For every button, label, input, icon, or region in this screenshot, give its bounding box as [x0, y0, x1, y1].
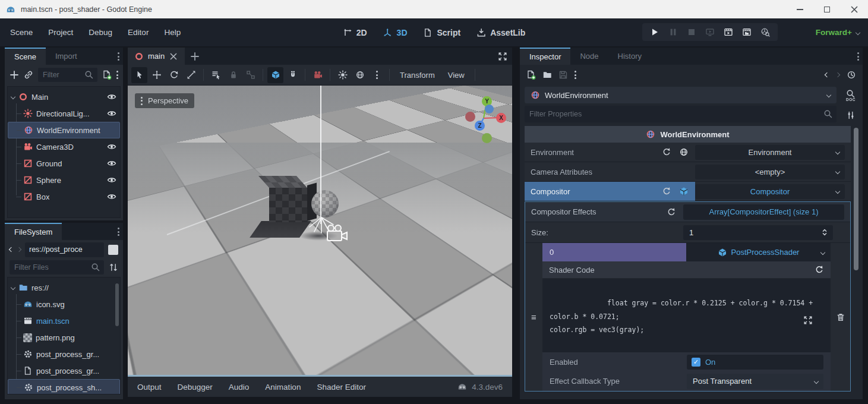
file-item-pattern-png[interactable]: pattern.png	[8, 329, 120, 346]
load-resource-button[interactable]	[542, 70, 552, 80]
axis-neg-x-ball[interactable]	[465, 112, 475, 122]
array-element-drag-handle[interactable]: ≡	[525, 243, 542, 391]
scene-tab-main[interactable]: main	[128, 48, 185, 65]
visibility-eye-icon[interactable]	[107, 159, 116, 168]
edit-history-icon[interactable]	[847, 70, 856, 80]
scene-node-main[interactable]: Main	[8, 89, 120, 105]
history-forward-icon[interactable]	[835, 72, 840, 77]
move-tool-button[interactable]	[149, 67, 165, 83]
visibility-eye-icon[interactable]	[107, 192, 116, 201]
property-compositor-effects[interactable]: Compositor Effects Array[CompositorEffec…	[525, 202, 850, 222]
close-tab-icon[interactable]	[169, 52, 178, 61]
axis-z-ball[interactable]: Z	[475, 121, 485, 131]
play-custom-scene-button[interactable]	[742, 27, 752, 37]
environment-value[interactable]: Environment	[695, 145, 845, 160]
compositor-effects-array-button[interactable]: Array[CompositorEffect] (size 1)	[683, 204, 844, 220]
attach-script-button[interactable]	[102, 70, 112, 80]
minimize-button[interactable]	[786, 0, 813, 18]
file-item-root[interactable]: res://	[8, 279, 120, 296]
visibility-eye-icon[interactable]	[107, 175, 116, 185]
play-button[interactable]	[650, 27, 659, 37]
menu-editor[interactable]: Editor	[120, 24, 156, 41]
effect-callback-type-dropdown[interactable]: Post Transparent	[687, 374, 823, 389]
scene-node-camera3d[interactable]: Camera3D	[8, 138, 120, 155]
view-options-icon[interactable]	[141, 97, 143, 105]
axis-x-ball[interactable]: X	[496, 113, 506, 123]
file-item-post-process-shader[interactable]: post_process_sh...	[8, 379, 120, 394]
rotate-tool-button[interactable]	[166, 67, 182, 83]
bottom-tab-debugger[interactable]: Debugger	[178, 383, 213, 392]
list-select-button[interactable]	[208, 67, 224, 83]
file-item-main-tscn[interactable]: main.tscn	[8, 313, 120, 329]
collapse-icon[interactable]	[11, 285, 15, 290]
property-environment[interactable]: Environment Environment	[525, 143, 851, 162]
preview-environment-button[interactable]	[352, 67, 368, 83]
array-size-field[interactable]: 1	[683, 225, 833, 240]
tab-scene[interactable]: Scene	[5, 48, 46, 65]
forward-icon[interactable]	[17, 247, 21, 252]
bottom-tab-output[interactable]: Output	[137, 383, 162, 392]
visibility-eye-icon[interactable]	[107, 92, 116, 102]
scene-node-directionallight[interactable]: DirectionalLig...	[8, 105, 120, 122]
select-tool-button[interactable]	[131, 67, 147, 83]
scene-node-ground[interactable]: Ground	[8, 155, 120, 172]
spinner-icon[interactable]	[820, 228, 829, 237]
play-scene-button[interactable]	[724, 27, 733, 37]
file-item-post-process-2[interactable]: post_process_gr...	[8, 362, 120, 379]
shader-code-editor[interactable]: float gray = color.r * 0.2125 + color.g …	[542, 279, 831, 352]
revert-icon[interactable]	[815, 265, 824, 274]
menu-debug[interactable]: Debug	[81, 24, 120, 41]
axis-neg-y-ball[interactable]	[482, 133, 492, 143]
scene-filter-input[interactable]	[43, 71, 84, 79]
file-item-post-process-1[interactable]: post_process_gr...	[8, 346, 120, 362]
menu-project[interactable]: Project	[40, 24, 81, 41]
workspace-assetlib-button[interactable]: AssetLib	[476, 28, 525, 37]
back-icon[interactable]	[9, 247, 14, 252]
expand-code-icon[interactable]	[803, 315, 813, 325]
stop-button[interactable]	[687, 27, 696, 37]
inspector-menu-icon[interactable]	[857, 52, 859, 61]
property-filter-input[interactable]	[529, 110, 823, 118]
workspace-2d-button[interactable]: 2D	[343, 28, 367, 37]
edited-object-selector[interactable]: WorldEnvironment	[525, 87, 837, 103]
view-menu[interactable]: View	[442, 71, 471, 80]
maximize-button[interactable]	[813, 0, 841, 18]
snap-toggle[interactable]	[285, 67, 301, 83]
history-back-icon[interactable]	[825, 72, 829, 77]
trash-icon[interactable]	[836, 313, 845, 322]
menu-help[interactable]: Help	[156, 24, 188, 41]
array-element-index[interactable]: 0	[542, 243, 686, 261]
compositor-value[interactable]: Compositor	[695, 184, 845, 199]
revert-icon[interactable]	[667, 207, 676, 217]
camera-gizmo-icon[interactable]	[324, 223, 349, 242]
menu-scene[interactable]: Scene	[2, 24, 40, 41]
renderer-selector[interactable]: Forward+	[816, 18, 860, 46]
file-item-icon-svg[interactable]: icon.svg	[8, 296, 120, 313]
pause-button[interactable]	[668, 27, 678, 37]
inspector-scrollbar[interactable]	[854, 128, 858, 270]
bottom-tab-audio[interactable]: Audio	[229, 383, 250, 392]
new-scene-tab-button[interactable]	[185, 48, 205, 65]
scene-node-sphere[interactable]: Sphere	[8, 172, 120, 188]
collapse-icon[interactable]	[11, 94, 15, 99]
resource-options-icon[interactable]	[575, 71, 576, 79]
expand-viewport-icon[interactable]	[498, 52, 507, 61]
local-space-toggle[interactable]	[267, 67, 283, 83]
viewport-menu-icon[interactable]	[369, 67, 385, 83]
bottom-tab-shader-editor[interactable]: Shader Editor	[317, 383, 366, 392]
tab-node[interactable]: Node	[570, 48, 608, 65]
3d-viewport[interactable]: Perspective Y X Z	[128, 86, 512, 375]
remote-debug-button[interactable]	[705, 27, 715, 37]
new-resource-button[interactable]	[526, 70, 536, 80]
perspective-chip[interactable]: Perspective	[135, 93, 194, 108]
open-docs-button[interactable]: DOC	[846, 89, 856, 102]
visibility-eye-icon[interactable]	[107, 109, 116, 118]
current-path-field[interactable]	[29, 245, 100, 254]
tab-import[interactable]: Import	[46, 48, 87, 65]
close-button[interactable]	[841, 0, 868, 18]
array-element-resource[interactable]: PostProcessShader	[686, 243, 831, 261]
sort-files-icon[interactable]	[109, 263, 118, 272]
preview-sun-button[interactable]	[334, 67, 351, 83]
scale-tool-button[interactable]	[183, 67, 199, 83]
camera-preview-button[interactable]	[310, 67, 326, 83]
